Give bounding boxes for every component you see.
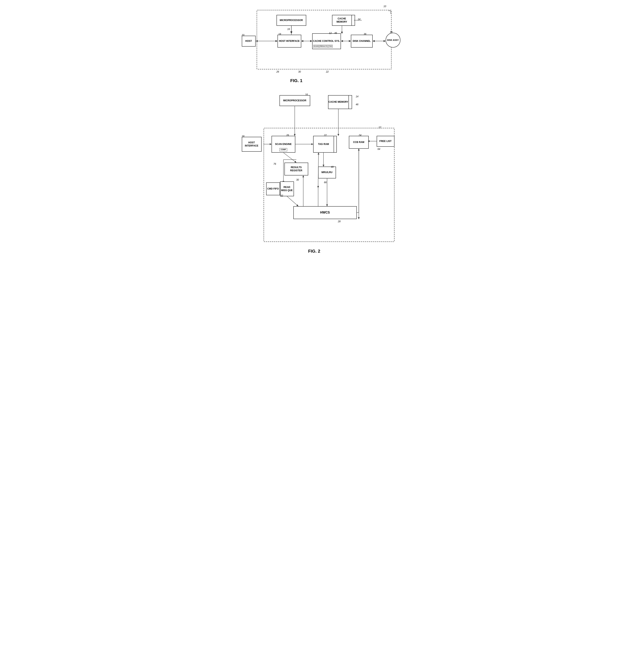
- fig2-host-interface-block: HOST INTERFACE: [242, 137, 262, 152]
- ref26-fig1: 26: [276, 70, 279, 73]
- fig1-cache-memory-lines: [352, 15, 355, 26]
- ref28-fig2: 28: [338, 220, 341, 223]
- ref40-fig2: 40: [331, 166, 334, 168]
- ref24-fig2: 24: [359, 134, 361, 137]
- fig1-cache-memory-block: CACHE MEMORY: [332, 15, 352, 26]
- main-container: 10 MICROPROCESSOR 16 CACHE MEMORY 14 HOS…: [237, 4, 407, 254]
- tag-label: TAG: [328, 45, 333, 48]
- fig1-host-block: HOST: [242, 36, 256, 46]
- fig2-read-miss-que-block: READ MISS QUE: [280, 182, 294, 196]
- ref46-fig2: 46: [356, 103, 358, 106]
- ref76-fig2: 76: [274, 163, 276, 165]
- fig2-mru-lru-block: MRU/LRU: [318, 167, 336, 178]
- ref32-fig2: 32: [280, 194, 283, 197]
- fig1-cache-control-block: CACHE CONTROL SYS. SCAN RESULTS TAG: [312, 33, 341, 49]
- fig2-diagram: 16 MICROPROCESSOR CACHE MEMORY 14 46 HOS…: [241, 91, 403, 254]
- fig2-ccb-ram-block: CCB RAM: [349, 136, 369, 149]
- fig2-cache-memory-block: CACHE MEMORY: [328, 95, 349, 109]
- fig2-microprocessor-block: MICROPROCESSOR: [279, 95, 310, 106]
- fig2-tag-ram-block: TAG RAM: [313, 136, 334, 153]
- ref18-label: 18: [278, 33, 281, 36]
- fig2-free-list-block: FREE LIST: [376, 136, 394, 147]
- ref20-label: 20: [242, 34, 244, 37]
- ref14-label: 14: [358, 18, 361, 21]
- fig2-title: FIG. 2: [308, 249, 320, 254]
- fig1-disk-assy-block: DISK ASSY: [386, 33, 401, 48]
- ref30-fig1: 30: [298, 70, 301, 73]
- scan-label: SCAN: [313, 45, 319, 48]
- ref18-fig2: 18: [242, 135, 244, 138]
- ref64-fig2: 64: [378, 148, 380, 151]
- ref14-fig2: 14: [356, 95, 358, 98]
- fig1-host-interface-block: HOST INTERFACE: [277, 35, 301, 48]
- fig2-tag-ram-lines: [334, 136, 337, 153]
- fig1-title: FIG. 1: [290, 78, 302, 83]
- ref16-label: 16: [288, 28, 290, 31]
- ref46-label: 46: [334, 32, 337, 35]
- comp-label: COMP: [279, 148, 287, 151]
- ref22-fig1: 22: [326, 70, 329, 73]
- fig1-microprocessor-block: MICROPROCESSOR: [276, 15, 306, 26]
- fig2-results-register-block: RESULTS REGISTER: [284, 163, 308, 175]
- fig1-diagram: 10 MICROPROCESSOR 16 CACHE MEMORY 14 HOS…: [241, 4, 403, 83]
- fig2-scan-engine-block: SCAN ENGINE COMP: [272, 136, 295, 153]
- ref22-fig2: 22: [324, 134, 327, 137]
- ref12-label: 12: [329, 32, 332, 35]
- ref26-fig2: 26: [287, 134, 289, 137]
- ref66-fig2: 66: [324, 181, 327, 184]
- ref38-label: 38: [390, 31, 392, 34]
- fig2-cmd-fifo-block: CMD FIFO: [266, 183, 280, 195]
- ref10-label: 10: [384, 5, 386, 8]
- fig1-disk-channel-block: DISK CHANNEL: [351, 35, 373, 48]
- ref12-fig2: 12: [379, 126, 381, 129]
- ref36-label: 36: [364, 33, 366, 36]
- ref30-fig2: 30: [296, 178, 299, 181]
- results-label: RESULTS: [319, 45, 328, 48]
- fig2-cache-memory-lines: [349, 95, 352, 109]
- fig2-hwcs-block: HWCS: [293, 206, 357, 219]
